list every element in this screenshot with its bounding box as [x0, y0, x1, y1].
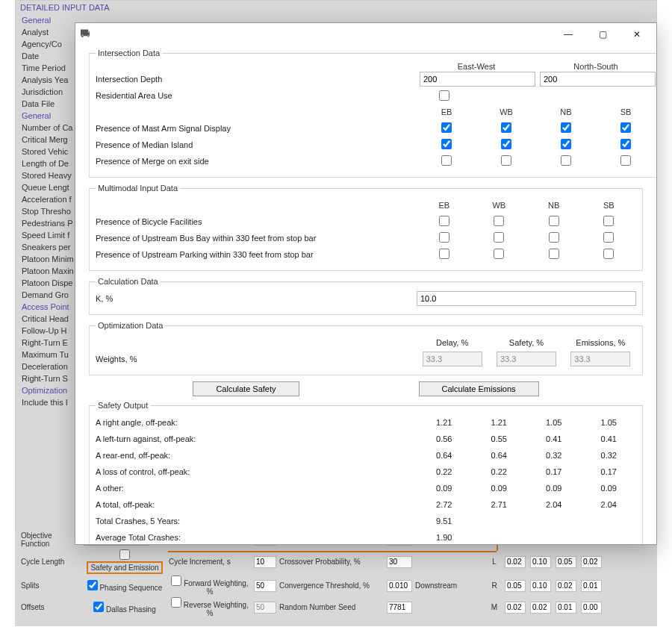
- multimodal-row: Presence of Upstream Parking within 330 …: [96, 246, 636, 263]
- multimodal-checkbox[interactable]: [494, 249, 504, 259]
- grid-r4c2[interactable]: [530, 602, 551, 614]
- calculate-emissions-button[interactable]: Calculate Emissions: [419, 381, 539, 396]
- app-icon: ⛟: [80, 28, 93, 41]
- safety-value: 0.56: [417, 434, 472, 443]
- safety-value: 0.64: [472, 451, 527, 460]
- intersection-checkbox[interactable]: [561, 122, 571, 133]
- safety-row-label: A other:: [96, 484, 417, 493]
- multimodal-checkbox[interactable]: [439, 232, 449, 243]
- intersection-checkbox[interactable]: [441, 139, 452, 149]
- multimodal-col-nb: NB: [532, 201, 576, 210]
- multimodal-legend: Multimodal Input Data: [96, 184, 180, 193]
- multimodal-col-sb: SB: [586, 201, 631, 210]
- safety-value: 0.32: [582, 451, 637, 460]
- dallas-label: Dallas Phasing: [106, 605, 156, 614]
- intersection-checkbox[interactable]: [441, 122, 452, 133]
- intersection-checkbox[interactable]: [501, 139, 511, 149]
- reverse-weight-input: [254, 602, 276, 614]
- multimodal-checkbox[interactable]: [603, 216, 614, 226]
- grid-r1c2[interactable]: [530, 556, 551, 568]
- grid-r3c2[interactable]: [530, 580, 551, 592]
- cycle-increment-input[interactable]: [254, 556, 276, 568]
- safety-value: 1.05: [526, 418, 582, 427]
- grid-r1c1[interactable]: [505, 556, 526, 568]
- phasing-seq-checkbox[interactable]: [171, 575, 181, 586]
- safety-value: 0.41: [582, 434, 637, 443]
- safety-value: 0.22: [472, 467, 527, 476]
- residential-area-label: Residential Area Use: [96, 91, 417, 100]
- cycle-increment-label: Cycle Increment, s: [169, 558, 251, 566]
- multimodal-checkbox[interactable]: [603, 232, 614, 243]
- grid-r3c4[interactable]: [581, 580, 602, 592]
- safety-value: 1.90: [417, 533, 472, 542]
- intersection-data-group: Intersection Data East-West North-South …: [89, 49, 656, 178]
- calculate-safety-button[interactable]: Calculate Safety: [193, 381, 299, 396]
- safety-value: 9.51: [417, 517, 472, 525]
- splits-checkbox[interactable]: [87, 580, 98, 590]
- grid-r3c1[interactable]: [505, 580, 526, 592]
- multimodal-checkbox[interactable]: [494, 232, 504, 243]
- multimodal-checkbox[interactable]: [494, 216, 504, 226]
- grid-r4c4[interactable]: [581, 602, 602, 614]
- crossover-input[interactable]: [387, 556, 412, 568]
- intersection-row: Presence of Mast Arm Signal Display: [96, 120, 656, 137]
- safety-value: 1.21: [472, 418, 527, 427]
- multimodal-checkbox[interactable]: [603, 249, 614, 259]
- multimodal-row: Presence of Bicycle Facilities: [96, 213, 636, 230]
- grid-r1c4[interactable]: [581, 556, 602, 568]
- intersection-checkbox[interactable]: [501, 155, 511, 166]
- grid-r3c3[interactable]: [556, 580, 576, 592]
- safety-row: A loss of control, off-peak:0.220.220.17…: [96, 464, 636, 480]
- residential-area-checkbox[interactable]: [439, 90, 449, 101]
- intersection-legend: Intersection Data: [96, 49, 162, 57]
- intersection-row: Presence of Merge on exit side: [96, 153, 656, 169]
- grid-r4c3[interactable]: [556, 602, 576, 614]
- intersection-col-eb: EB: [424, 107, 469, 116]
- intersection-checkbox[interactable]: [561, 139, 571, 149]
- safety-row-label: A rear-end, off-peak:: [96, 451, 417, 460]
- convergence-label: Convergence Threshold, %: [279, 581, 384, 590]
- forward-weight-input[interactable]: [254, 580, 276, 592]
- safety-value: 0.55: [472, 434, 527, 443]
- safety-value: 2.72: [417, 500, 472, 509]
- grid-r4c1[interactable]: [505, 602, 526, 614]
- multimodal-row: Presence of Upstream Bus Bay within 330 …: [96, 230, 636, 246]
- cycle-length-label: Cycle Length: [21, 558, 81, 566]
- k-input[interactable]: [417, 291, 636, 306]
- multimodal-checkbox[interactable]: [549, 232, 559, 243]
- k-label: K, %: [96, 294, 417, 303]
- safety-output-group: Safety Output A right angle, off-peak:1.…: [89, 401, 643, 544]
- multimodal-checkbox[interactable]: [549, 216, 559, 226]
- minimize-button[interactable]: —: [553, 25, 583, 43]
- multimodal-checkbox[interactable]: [439, 249, 449, 259]
- grid-r1c3[interactable]: [556, 556, 576, 568]
- safety-and-emission-button[interactable]: Safety and Emission: [87, 561, 162, 574]
- multimodal-row-label: Presence of Upstream Bus Bay within 330 …: [96, 234, 417, 243]
- dallas-checkbox[interactable]: [171, 597, 181, 608]
- intersection-checkbox[interactable]: [501, 122, 511, 133]
- depth-ns-input[interactable]: [540, 72, 656, 87]
- maximize-button[interactable]: ▢: [588, 25, 617, 43]
- safety-row: A right angle, off-peak:1.211.211.051.05: [96, 414, 636, 431]
- multimodal-col-eb: EB: [422, 201, 467, 210]
- close-button[interactable]: ✕: [622, 25, 652, 43]
- depth-ew-input[interactable]: [420, 72, 535, 87]
- offsets-checkbox[interactable]: [93, 602, 104, 612]
- intersection-checkbox[interactable]: [561, 155, 571, 166]
- multimodal-checkbox[interactable]: [549, 249, 559, 259]
- safety-value: 2.71: [472, 500, 527, 509]
- intersection-checkbox[interactable]: [441, 155, 452, 166]
- cycle-length-checkbox[interactable]: [119, 549, 130, 560]
- calculation-data-group: Calculation Data K, %: [89, 277, 643, 315]
- convergence-input[interactable]: [387, 580, 412, 592]
- intersection-checkbox[interactable]: [620, 139, 631, 149]
- multimodal-checkbox[interactable]: [439, 216, 449, 226]
- intersection-checkbox[interactable]: [620, 122, 631, 133]
- safety-value: 1.05: [582, 418, 637, 427]
- weight-safety: [497, 352, 556, 366]
- intersection-checkbox[interactable]: [620, 155, 631, 166]
- intersection-depth-label: Intersection Depth: [96, 75, 417, 84]
- safety-row-label: A total, off-peak:: [96, 500, 417, 509]
- safety-legend: Safety Output: [96, 401, 150, 410]
- rng-input[interactable]: [387, 602, 412, 614]
